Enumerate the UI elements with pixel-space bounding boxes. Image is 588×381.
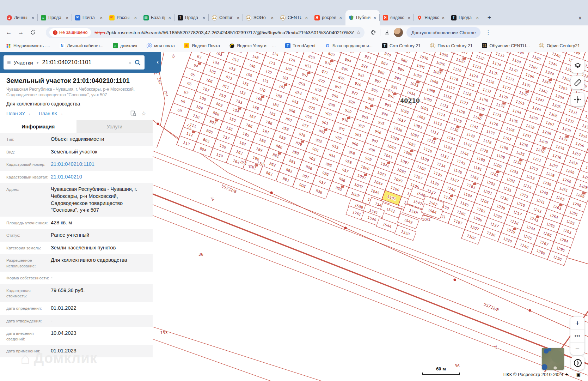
attribute-value[interactable]: 21:01:040210:1101 (51, 161, 146, 168)
favorite-star-icon[interactable]: ☆ (141, 110, 146, 117)
parcel-title: Земельный участок 21:01:040210:1101 (6, 77, 146, 85)
bookmark-item-2[interactable]: NЛичный кабинет... (59, 43, 103, 49)
search-icon[interactable] (134, 59, 141, 66)
bookmark-item-11[interactable]: 21Обучение CENTU... (482, 43, 530, 49)
attribute-value: Объект недвижимости (51, 136, 146, 143)
tab-close-icon[interactable]: × (133, 15, 137, 20)
address-bar[interactable]: ! Не защищено https://pkk.rosreestr.ru/#… (46, 27, 365, 38)
locate-object-button[interactable] (571, 93, 584, 106)
bookmark-label: Личный кабинет... (67, 43, 103, 48)
search-field[interactable]: ≡ Участки ▼ 21:01:040210:1101 × (4, 55, 145, 69)
search-category-dropdown[interactable]: Участки (14, 60, 33, 66)
browser-tab-5[interactable]: ▤База пр× (140, 10, 174, 25)
attribute-label: Тип: (6, 136, 51, 143)
new-tab-button[interactable]: + (484, 13, 494, 23)
tab-services[interactable]: Услуги (76, 120, 153, 133)
bookmark-item-8[interactable]: GБаза продавцов и... (325, 43, 373, 49)
tab-close-icon[interactable]: × (304, 15, 308, 20)
bookmark-item-6[interactable]: Яндекс Услуги —... (229, 43, 276, 49)
security-chip[interactable]: ! Не защищено (49, 28, 91, 37)
bookmark-item-12[interactable]: 21Офис Century21 (539, 43, 580, 49)
profile-avatar[interactable] (394, 28, 403, 37)
domclick-favicon: ⌂ (41, 15, 46, 20)
extensions-icon[interactable] (370, 29, 376, 36)
browser-tab-11-active[interactable]: Публич× (345, 10, 380, 25)
bookmark-item-7[interactable]: TTrendAgent (285, 43, 316, 49)
reload-button[interactable] (27, 27, 38, 38)
browser-tab-6[interactable]: ТПрода× (174, 10, 209, 25)
more-tools-button[interactable]: ••• (570, 329, 584, 342)
compass-icon (573, 358, 582, 368)
tab-close-icon[interactable]: × (236, 15, 240, 20)
zoom-to-object-icon[interactable] (130, 110, 136, 116)
tab-information[interactable]: Информация (0, 120, 76, 133)
bookmark-label: TrendAgent (293, 43, 316, 48)
sheets-favicon: ▤ (143, 15, 149, 20)
attribute-row: Кадастровая стоимость:79 659,36 руб. (0, 284, 153, 302)
browser-tab-9[interactable]: 21CENTU× (277, 10, 311, 25)
tab-close-icon[interactable]: × (99, 15, 103, 20)
attribute-row: дата определения:01.01.2022 (0, 302, 153, 315)
attribute-value[interactable]: 21:01:040210 (51, 174, 146, 181)
tab-close-icon[interactable]: × (441, 15, 445, 20)
bookmark-item-5[interactable]: ✉Яндекс Почта (184, 43, 220, 49)
browser-tab-10[interactable]: Яросрее× (311, 10, 345, 25)
bookmark-item-10[interactable]: 21Почта Century 21 (430, 43, 472, 49)
tab-close-icon[interactable]: × (270, 15, 274, 20)
collapse-panel-icon[interactable]: ‹ (157, 59, 159, 65)
bluen-favicon: N (59, 43, 65, 49)
menu-burger-icon[interactable]: ≡ (7, 59, 11, 66)
bookmark-item-3[interactable]: ⌂домклик (112, 43, 137, 49)
attribute-row: Разрешенное использование:Для коллективн… (0, 254, 153, 272)
map-label: 10/1 (248, 165, 257, 169)
browser-tab-3[interactable]: ✉Почта× (72, 10, 106, 25)
browser-tab-1[interactable]: 1Личны× (4, 10, 38, 25)
my-location-button[interactable] (571, 356, 584, 370)
browser-tab-8[interactable]: 21SOGo× (243, 10, 277, 25)
map-label: 55732/8 (483, 302, 500, 313)
layers-button[interactable] (571, 59, 584, 73)
forward-button[interactable]: → (16, 27, 26, 38)
basemap-thumbnail[interactable] (542, 348, 564, 370)
clear-search-icon[interactable]: × (128, 60, 131, 66)
tab-close-icon[interactable]: × (202, 15, 206, 20)
browser-tab-2[interactable]: ⌂Прода× (38, 10, 72, 25)
tab-close-icon[interactable]: × (373, 15, 377, 20)
plan-kk-link[interactable]: План КК → (39, 111, 63, 116)
parcel-subtitle-address: Чувашская Республика - Чувашия, г. Чебок… (6, 87, 146, 98)
measure-button[interactable] (571, 76, 584, 89)
tab-close-icon[interactable]: × (407, 15, 411, 20)
tab-close-icon[interactable]: × (31, 15, 35, 20)
tab-label: росрее (322, 15, 336, 20)
attribute-label: Кадастровая стоимость: (6, 287, 51, 299)
bookmark-item-4[interactable]: @моя почта (146, 43, 174, 49)
c21sq-favicon: 21 (482, 43, 488, 49)
browser-menu-icon[interactable]: ⋮ (484, 29, 492, 36)
search-input[interactable]: 21:01:040210:1101 (42, 59, 125, 66)
back-button[interactable]: ← (4, 27, 14, 38)
chrome-update-chip[interactable]: Доступно обновление Chrome (406, 27, 480, 38)
tab-close-icon[interactable]: × (338, 15, 343, 20)
map-label: 55732/8 (221, 184, 237, 194)
map-label: 24 (494, 345, 498, 350)
bookmark-item-1[interactable]: Недвижимость -... (6, 43, 50, 49)
tab-search-chevron-icon[interactable]: ∨ (578, 15, 582, 20)
bookmark-label: База продавцов и... (332, 43, 373, 48)
browser-tab-7[interactable]: 21Centur× (209, 10, 243, 25)
attribute-value: - (51, 318, 146, 325)
attribution-icons: ⌂ ✦ ▣ (555, 372, 584, 377)
bookmark-star-icon[interactable]: ☆ (356, 29, 361, 36)
zoom-out-button[interactable]: − (570, 342, 584, 355)
browser-tab-13[interactable]: Яндекс× (414, 10, 448, 25)
downloads-icon[interactable] (384, 29, 390, 36)
browser-tab-14[interactable]: ТПрода× (448, 10, 482, 25)
tab-close-icon[interactable]: × (475, 15, 479, 20)
browser-tab-12[interactable]: Яяндекс× (380, 10, 414, 25)
zoom-in-button[interactable]: + (570, 317, 584, 329)
plan-zu-link[interactable]: План ЗУ → (6, 111, 31, 116)
tab-close-icon[interactable]: × (167, 15, 172, 20)
pin-favicon (417, 15, 422, 20)
browser-tab-4[interactable]: ✉Рассы× (106, 10, 140, 25)
bookmark-item-9[interactable]: ТCrm Century 21 (382, 43, 421, 49)
tab-close-icon[interactable]: × (65, 15, 69, 20)
